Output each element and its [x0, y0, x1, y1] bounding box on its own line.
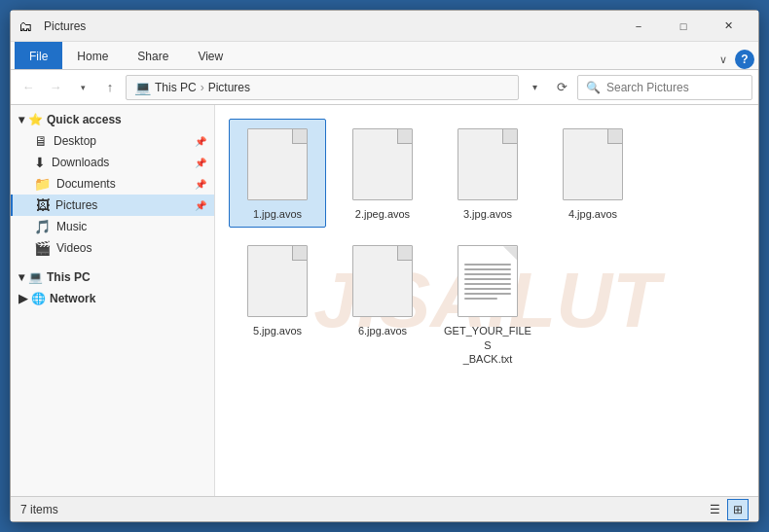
file-icon-container-5	[242, 242, 312, 320]
this-pc-chevron-icon: ▾	[18, 270, 24, 284]
sidebar-item-downloads[interactable]: ⬇ Downloads 📌	[11, 152, 214, 173]
title-bar-icons: 🗂	[18, 18, 32, 34]
file-name-3: 3.jpg.avos	[463, 207, 512, 221]
quick-access-chevron-icon: ▾	[18, 113, 24, 126]
txt-line-6	[464, 288, 511, 290]
window-title: Pictures	[44, 19, 616, 33]
sidebar-item-label-pictures: Pictures	[55, 198, 97, 212]
txt-line-5	[464, 283, 511, 285]
file-item-3[interactable]: 3.jpg.avos	[439, 119, 536, 228]
sidebar-section-network[interactable]: ▶ 🌐 Network	[11, 288, 214, 309]
path-computer-icon: 💻	[134, 80, 151, 95]
search-box: 🔍	[577, 75, 752, 100]
ribbon-collapse-chevron[interactable]: ∨	[715, 52, 731, 68]
pin-icon-documents: 📌	[195, 179, 206, 190]
sidebar-item-documents[interactable]: 📁 Documents 📌	[11, 173, 214, 195]
status-bar-right: ☰ ⊞	[704, 499, 749, 520]
ribbon: File Home Share View ∨ ?	[11, 42, 758, 70]
file-grid: 1.jpg.avos 2.jpeg.avos 3.jpg.avos	[225, 115, 749, 376]
ribbon-tab-right: ∨ ?	[715, 50, 758, 69]
doc-icon-3	[458, 128, 518, 200]
window-icon: 🗂	[18, 18, 32, 34]
file-item-4[interactable]: 4.jpg.avos	[544, 119, 641, 228]
doc-icon-6	[352, 245, 413, 317]
txt-line-8	[464, 298, 497, 300]
title-bar-controls: − □ ✕	[616, 11, 751, 42]
file-item-1[interactable]: 1.jpg.avos	[229, 119, 326, 228]
doc-icon-5	[247, 245, 308, 317]
list-view-button[interactable]: ☰	[704, 499, 725, 520]
pin-icon-desktop: 📌	[195, 136, 206, 147]
file-item-2[interactable]: 2.jpeg.avos	[334, 119, 431, 228]
status-bar: 7 items ☰ ⊞	[11, 496, 758, 521]
forward-button[interactable]: →	[44, 76, 67, 99]
sidebar-item-label-documents: Documents	[56, 177, 116, 191]
this-pc-label: This PC	[47, 270, 91, 284]
ribbon-help-button[interactable]: ?	[735, 50, 754, 69]
sidebar: ▾ ⭐ Quick access 🖥 Desktop 📌 ⬇ Downloads…	[11, 105, 215, 496]
videos-icon: 🎬	[34, 240, 51, 256]
file-icon-container-1	[242, 125, 312, 203]
network-icon: 🌐	[31, 292, 46, 305]
tab-view[interactable]: View	[183, 42, 238, 69]
txt-line-4	[464, 278, 511, 280]
doc-icon-2	[352, 128, 413, 200]
close-button[interactable]: ✕	[706, 11, 751, 42]
ribbon-tabs: File Home Share View ∨ ?	[11, 42, 758, 69]
sidebar-section-this-pc[interactable]: ▾ 💻 This PC	[11, 266, 214, 288]
desktop-icon: 🖥	[34, 133, 48, 149]
path-this-pc[interactable]: This PC	[155, 81, 197, 94]
sidebar-item-videos[interactable]: 🎬 Videos	[11, 237, 214, 259]
txt-line-1	[464, 264, 511, 266]
file-icon-container-7	[453, 242, 523, 320]
tab-share[interactable]: Share	[123, 42, 183, 69]
file-name-6: 6.jpg.avos	[358, 324, 407, 337]
file-name-2: 2.jpeg.avos	[355, 207, 410, 221]
quick-access-label: Quick access	[47, 113, 122, 126]
file-icon-container-2	[348, 125, 418, 203]
file-item-6[interactable]: 6.jpg.avos	[334, 235, 431, 372]
grid-view-button[interactable]: ⊞	[727, 499, 749, 520]
file-icon-container-4	[558, 125, 628, 203]
dropdown-recent-button[interactable]: ▾	[71, 76, 94, 99]
doc-icon-1	[247, 128, 308, 200]
sidebar-section-quick-access[interactable]: ▾ ⭐ Quick access	[11, 109, 214, 130]
sidebar-item-label-videos: Videos	[56, 241, 92, 255]
path-pictures[interactable]: Pictures	[208, 81, 250, 94]
search-icon: 🔍	[586, 81, 601, 94]
tab-home[interactable]: Home	[62, 42, 123, 69]
address-dropdown-button[interactable]: ▾	[523, 76, 546, 99]
maximize-button[interactable]: □	[661, 11, 706, 42]
sidebar-item-label-desktop: Desktop	[54, 134, 96, 148]
sidebar-item-pictures[interactable]: 🖼 Pictures 📌	[11, 195, 214, 216]
file-name-1: 1.jpg.avos	[253, 207, 302, 221]
up-button[interactable]: ↑	[98, 76, 122, 99]
minimize-button[interactable]: −	[616, 11, 661, 42]
main-area: ▾ ⭐ Quick access 🖥 Desktop 📌 ⬇ Downloads…	[11, 105, 758, 496]
pin-icon-downloads: 📌	[195, 158, 206, 168]
file-name-4: 4.jpg.avos	[568, 207, 617, 221]
file-icon-container-3	[453, 125, 523, 203]
refresh-button[interactable]: ⟳	[550, 76, 573, 99]
sidebar-item-label-music: Music	[56, 220, 87, 233]
file-item-5[interactable]: 5.jpg.avos	[229, 235, 326, 372]
sidebar-item-desktop[interactable]: 🖥 Desktop 📌	[11, 130, 214, 152]
quick-access-icon: ⭐	[28, 113, 43, 126]
tab-file[interactable]: File	[15, 42, 62, 69]
txt-icon-7	[458, 245, 518, 317]
downloads-icon: ⬇	[34, 155, 46, 170]
documents-icon: 📁	[34, 176, 51, 192]
file-name-5: 5.jpg.avos	[253, 324, 302, 337]
address-bar: ← → ▾ ↑ 💻 This PC › Pictures ▾ ⟳ 🔍	[11, 70, 758, 105]
file-name-7: GET_YOUR_FILES_BACK.txt	[444, 324, 531, 366]
file-item-7[interactable]: GET_YOUR_FILES_BACK.txt	[439, 235, 536, 372]
file-icon-container-6	[348, 242, 418, 320]
network-label: Network	[50, 292, 95, 305]
sidebar-item-music[interactable]: 🎵 Music	[11, 216, 214, 237]
address-path: 💻 This PC › Pictures	[126, 75, 519, 100]
this-pc-icon: 💻	[28, 270, 43, 284]
sidebar-item-label-downloads: Downloads	[52, 156, 109, 169]
search-input[interactable]	[606, 81, 752, 94]
doc-icon-4	[563, 128, 623, 200]
back-button[interactable]: ←	[17, 76, 40, 99]
